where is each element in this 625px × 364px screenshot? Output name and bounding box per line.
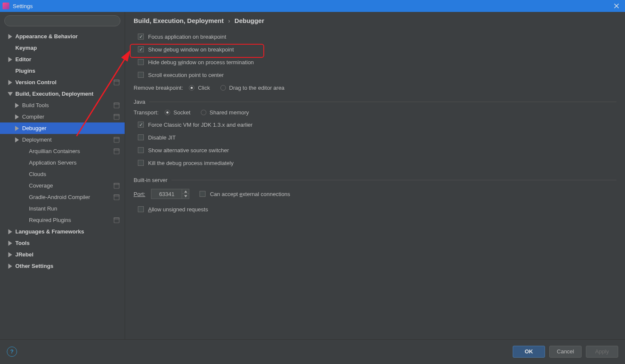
chevron-right-icon xyxy=(8,34,13,39)
tree-item-coverage[interactable]: Coverage xyxy=(0,180,125,191)
tree-item-label: JRebel xyxy=(15,251,34,258)
radio-icon xyxy=(201,110,206,115)
tree-item-debugger[interactable]: Debugger xyxy=(0,122,125,134)
checkbox-icon xyxy=(138,160,144,166)
tree-item-editor[interactable]: Editor xyxy=(0,54,125,65)
chevron-right-icon xyxy=(8,57,13,62)
spinner-up[interactable] xyxy=(182,189,189,194)
svg-rect-15 xyxy=(114,195,119,196)
tree-item-label: Arquillian Containers xyxy=(29,148,80,154)
tree-item-build-tools[interactable]: Build Tools xyxy=(0,100,125,111)
tree-item-keymap[interactable]: Keymap xyxy=(0,42,125,54)
tree-item-compiler[interactable]: Compiler xyxy=(0,111,125,122)
option-disable-jit[interactable]: Disable JIT xyxy=(138,131,616,144)
svg-rect-16 xyxy=(114,218,119,223)
option-scroll-execution[interactable]: Scroll execution point to center xyxy=(138,68,616,81)
project-scope-icon xyxy=(114,80,120,85)
svg-rect-7 xyxy=(114,114,119,116)
tree-item-label: Clouds xyxy=(29,171,46,177)
radio-click[interactable]: Click xyxy=(189,85,210,91)
tree-item-label: Deployment xyxy=(22,136,51,143)
option-focus-breakpoint[interactable]: Focus application on breakpoint xyxy=(138,30,616,43)
tree-item-jrebel[interactable]: JRebel xyxy=(0,249,125,260)
cancel-button[interactable]: Cancel xyxy=(549,346,582,358)
tree-item-label: Languages & Frameworks xyxy=(15,228,84,235)
option-label: Focus application on breakpoint xyxy=(148,34,226,40)
port-row: Port: Can accept external connections xyxy=(134,188,616,200)
tree-item-required-plugins[interactable]: Required Plugins xyxy=(0,214,125,226)
svg-rect-14 xyxy=(114,195,119,200)
radio-label: Socket xyxy=(174,109,191,116)
tree-item-application-servers[interactable]: Application Servers xyxy=(0,157,125,168)
chevron-right-icon xyxy=(8,252,13,257)
tree-item-instant-run[interactable]: Instant Run xyxy=(0,203,125,214)
option-allow-unsigned[interactable]: Allow unsigned requests xyxy=(138,203,616,216)
checkbox-icon xyxy=(138,134,144,140)
apply-button[interactable]: Apply xyxy=(586,346,618,358)
checkbox-icon xyxy=(200,191,205,197)
radio-icon xyxy=(189,85,194,91)
checkbox-icon xyxy=(138,59,144,65)
radio-shared-memory[interactable]: Shared memory xyxy=(201,109,249,116)
breadcrumb-sep: › xyxy=(228,17,230,24)
svg-rect-6 xyxy=(114,114,119,119)
chevron-right-icon xyxy=(14,137,20,142)
option-label: Can accept external connections xyxy=(210,191,290,197)
project-scope-icon xyxy=(114,102,120,108)
chevron-right-icon xyxy=(14,114,20,119)
search-input[interactable] xyxy=(4,15,120,26)
close-icon xyxy=(614,3,619,9)
tree-item-label: Debugger xyxy=(22,125,46,131)
tree-item-label: Build, Execution, Deployment xyxy=(15,91,93,97)
svg-rect-17 xyxy=(114,218,119,219)
spinner-down[interactable] xyxy=(182,194,189,199)
radio-icon xyxy=(220,85,226,91)
tree-item-label: Editor xyxy=(15,56,31,63)
window-title: Settings xyxy=(13,3,33,9)
tree-item-label: Instant Run xyxy=(29,205,57,212)
section-title: Java xyxy=(134,99,145,105)
tree-item-other-settings[interactable]: Other Settings xyxy=(0,260,125,272)
option-label: Hide debug window on process termination xyxy=(148,59,254,65)
chevron-right-icon xyxy=(8,264,13,269)
window-close-button[interactable] xyxy=(611,0,622,12)
port-spinner[interactable] xyxy=(151,189,189,199)
section-title: Built-in server xyxy=(134,177,167,183)
option-label: Kill the debug process immediately xyxy=(148,160,234,166)
tree-item-clouds[interactable]: Clouds xyxy=(0,168,125,180)
chevron-right-icon xyxy=(8,241,13,246)
radio-socket[interactable]: Socket xyxy=(165,109,191,116)
settings-content: Build, Execution, Deployment › Debugger … xyxy=(125,12,625,339)
tree-item-appearance-behavior[interactable]: Appearance & Behavior xyxy=(0,31,125,42)
transport-group: Transport: Socket Shared memory xyxy=(134,109,616,116)
option-accept-external[interactable]: Can accept external connections xyxy=(200,188,290,200)
tree-item-deployment[interactable]: Deployment xyxy=(0,134,125,145)
tree-item-tools[interactable]: Tools xyxy=(0,237,125,249)
tree-item-languages-frameworks[interactable]: Languages & Frameworks xyxy=(0,226,125,237)
option-force-classic-vm[interactable]: Force Classic VM for JDK 1.3.x and earli… xyxy=(138,118,616,131)
tree-item-gradle-android-compiler[interactable]: Gradle-Android Compiler xyxy=(0,191,125,203)
option-hide-debug-window[interactable]: Hide debug window on process termination xyxy=(138,56,616,68)
checkbox-icon xyxy=(138,72,144,78)
tree-item-label: Version Control xyxy=(15,79,57,85)
radio-label: Click xyxy=(198,85,210,91)
ok-button[interactable]: OK xyxy=(513,346,545,358)
port-input[interactable] xyxy=(151,191,182,197)
radio-label: Drag to the editor area xyxy=(229,85,285,91)
option-show-debug-window[interactable]: Show debug window on breakpoint xyxy=(138,43,616,56)
option-label: Disable JIT xyxy=(148,134,176,141)
option-kill-debug-process[interactable]: Kill the debug process immediately xyxy=(138,156,616,169)
svg-rect-12 xyxy=(114,183,119,188)
tree-item-version-control[interactable]: Version Control xyxy=(0,77,125,88)
option-label: Show alternative source switcher xyxy=(148,147,229,154)
chevron-right-icon xyxy=(8,229,13,234)
radio-drag[interactable]: Drag to the editor area xyxy=(220,85,285,91)
tree-item-build-execution-deployment[interactable]: Build, Execution, Deployment xyxy=(0,88,125,100)
option-alt-source-switcher[interactable]: Show alternative source switcher xyxy=(138,144,616,156)
tree-item-plugins[interactable]: Plugins xyxy=(0,65,125,77)
tree-item-arquillian-containers[interactable]: Arquillian Containers xyxy=(0,145,125,157)
svg-rect-3 xyxy=(114,80,119,81)
help-button[interactable]: ? xyxy=(7,347,17,357)
tree-item-label: Compiler xyxy=(22,114,44,120)
chevron-right-icon xyxy=(14,126,20,131)
